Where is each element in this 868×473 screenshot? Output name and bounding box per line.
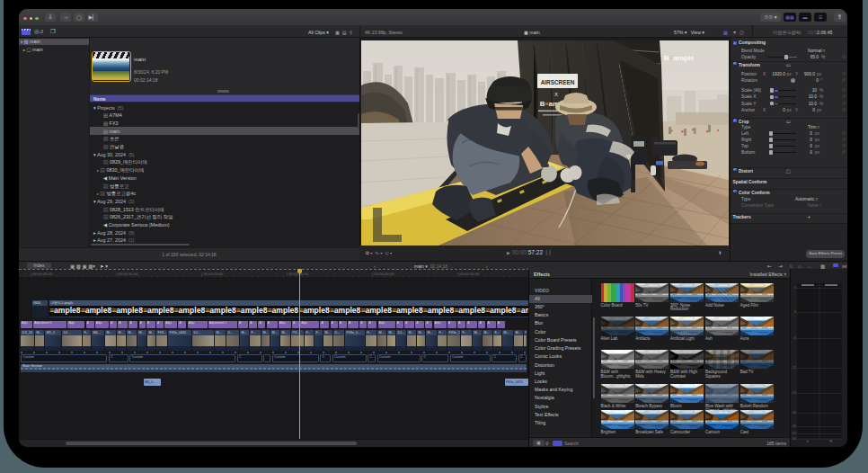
svg-text:B≡ample: B≡ample [664, 54, 695, 62]
